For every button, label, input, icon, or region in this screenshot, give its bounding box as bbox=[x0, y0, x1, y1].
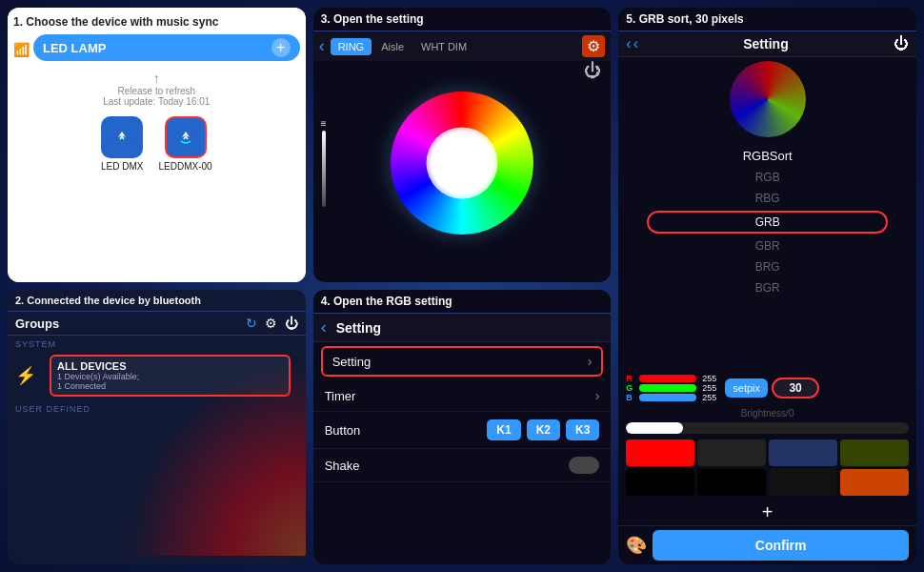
panel-3-header: 3. Open the setting bbox=[313, 8, 612, 31]
small-color-wheel bbox=[730, 61, 806, 137]
ring-tab-whtdim[interactable]: WHT DIM bbox=[413, 38, 474, 55]
setting-row-shake: Shake bbox=[313, 449, 612, 482]
panel-connected-bluetooth: 2. Connected the device by bluetooth Gro… bbox=[8, 290, 306, 564]
ring-tab-ring[interactable]: RING bbox=[331, 38, 372, 55]
brightness-up-icon[interactable]: ≡ bbox=[321, 118, 327, 129]
setting-row-setting-arrow: › bbox=[588, 354, 593, 369]
swatch-dark1[interactable] bbox=[697, 439, 766, 466]
bluetooth-icon: ⚡ bbox=[15, 365, 36, 386]
b-label: B bbox=[626, 393, 635, 402]
settings-icon[interactable]: ⚙ bbox=[265, 316, 277, 331]
panel-open-setting: 3. Open the setting ‹ RING Aisle WHT DIM… bbox=[313, 8, 612, 282]
b-value: 255 bbox=[702, 393, 721, 402]
rgb-row-r: R 255 bbox=[626, 374, 721, 383]
panel-1-header: 1. Choose the device with music sync bbox=[13, 13, 300, 32]
rgb-sliders: R 255 G 255 B 255 bbox=[626, 374, 721, 402]
back-arrow-3[interactable]: ‹ bbox=[319, 36, 325, 56]
setting-row-shake-label: Shake bbox=[325, 459, 360, 473]
button-group: K1 K2 K3 bbox=[487, 419, 599, 440]
sort-option-brg[interactable]: BRG bbox=[618, 256, 916, 277]
back-arrow-4[interactable]: ‹ bbox=[321, 317, 327, 337]
setting-nav: ‹ Setting bbox=[313, 314, 612, 342]
back-arrows: ‹ ‹ bbox=[626, 35, 638, 52]
g-value: 255 bbox=[702, 383, 721, 393]
rgb-wheel-icon[interactable]: 🎨 bbox=[626, 535, 647, 556]
confirm-button[interactable]: Confirm bbox=[653, 530, 909, 561]
ring-tab-aisle[interactable]: Aisle bbox=[373, 38, 412, 55]
setting-5-nav: ‹ ‹ Setting ⏻ bbox=[618, 31, 916, 57]
last-update: Last update: Today 16:01 bbox=[13, 96, 300, 107]
swatch-orange[interactable] bbox=[840, 469, 909, 496]
back-arrow-5a[interactable]: ‹ bbox=[626, 35, 631, 52]
sort-section: RGBSort RGB RBG GRB GBR BRG BGR bbox=[618, 57, 916, 370]
setting-5-title: Setting bbox=[638, 36, 894, 51]
r-label: R bbox=[626, 374, 635, 383]
refresh-hint: Release to refresh bbox=[13, 86, 300, 96]
shake-toggle[interactable] bbox=[569, 457, 599, 474]
sort-option-grb[interactable]: GRB bbox=[647, 211, 888, 234]
swatch-black3[interactable] bbox=[769, 469, 837, 496]
system-label: SYSTEM bbox=[8, 336, 306, 351]
sort-option-gbr[interactable]: GBR bbox=[618, 235, 916, 256]
ring-nav: ‹ RING Aisle WHT DIM ⚙ bbox=[313, 31, 612, 61]
rgb-row-b: B 255 bbox=[626, 393, 721, 402]
bottom-area: 🎨 Confirm bbox=[618, 525, 916, 564]
setting-row-setting[interactable]: Setting › bbox=[321, 346, 604, 377]
panel-2-header: 2. Connected the device by bluetooth bbox=[8, 290, 306, 312]
g-bar[interactable] bbox=[639, 384, 696, 392]
device-icon-leddmx-00 bbox=[165, 116, 207, 158]
rgb-row-g: G 255 bbox=[626, 383, 721, 393]
panel-grb-sort: 5. GRB sort, 30 pixels ‹ ‹ Setting ⏻ RGB… bbox=[618, 8, 916, 564]
color-wheel[interactable] bbox=[391, 92, 533, 235]
swatch-black1[interactable] bbox=[626, 469, 694, 496]
swatch-black2[interactable] bbox=[697, 469, 766, 496]
r-bar[interactable] bbox=[639, 375, 696, 382]
setting-nav-title: Setting bbox=[336, 320, 381, 336]
power-btn-3[interactable]: ⏻ bbox=[584, 61, 601, 81]
k2-button[interactable]: K2 bbox=[527, 419, 560, 440]
panel-choose-device: 1. Choose the device with music sync 📶 L… bbox=[8, 8, 306, 282]
setting-row-setting-label: Setting bbox=[332, 355, 371, 369]
k1-button[interactable]: K1 bbox=[487, 419, 520, 440]
power-icon[interactable]: ⏻ bbox=[285, 316, 298, 331]
plus-icon-5[interactable]: + bbox=[618, 500, 916, 525]
brightness-label: Brightness/0 bbox=[618, 406, 916, 420]
refresh-icon[interactable]: ↻ bbox=[246, 316, 257, 331]
brightness-bar-wrap bbox=[626, 422, 909, 434]
device-icon-led-dmx bbox=[101, 116, 143, 158]
groups-header: Groups ↻ ⚙ ⏻ bbox=[8, 312, 306, 336]
swatch-dark2[interactable] bbox=[840, 439, 909, 466]
panel-4-header: 4. Open the RGB setting bbox=[313, 290, 612, 314]
r-value: 255 bbox=[702, 374, 721, 383]
panel-5-header: 5. GRB sort, 30 pixels bbox=[618, 8, 916, 31]
setpix-button[interactable]: setpix bbox=[725, 378, 768, 398]
rgb-setpix-row: R 255 G 255 B 255 setpix 30 bbox=[618, 370, 916, 406]
device-name-leddmx-00: LEDDMX-00 bbox=[158, 161, 211, 172]
device-led-dmx[interactable]: LED DMX bbox=[101, 116, 143, 172]
brightness-slider-3[interactable] bbox=[322, 131, 326, 207]
device-name-led-dmx: LED DMX bbox=[101, 161, 143, 172]
panel-rgb-setting: 4. Open the RGB setting ‹ Setting Settin… bbox=[313, 290, 612, 564]
sort-option-bgr[interactable]: BGR bbox=[618, 277, 916, 298]
setting-row-timer-arrow: › bbox=[595, 388, 600, 403]
setting-row-timer[interactable]: Timer › bbox=[313, 380, 612, 412]
led-lamp-icon: 📶 bbox=[13, 42, 30, 57]
g-label: G bbox=[626, 383, 635, 393]
sort-option-rbg[interactable]: RBG bbox=[618, 188, 916, 209]
color-swatches bbox=[618, 436, 916, 500]
pix-value-input[interactable]: 30 bbox=[772, 378, 819, 398]
sort-option-rgb[interactable]: RGB bbox=[618, 167, 916, 188]
sort-title: RGBSort bbox=[618, 141, 916, 167]
brightness-bar[interactable] bbox=[626, 422, 682, 434]
setting-row-timer-label: Timer bbox=[325, 389, 356, 403]
b-bar[interactable] bbox=[639, 394, 696, 401]
swatch-navy[interactable] bbox=[769, 439, 837, 466]
k3-button[interactable]: K3 bbox=[566, 419, 599, 440]
groups-title: Groups bbox=[15, 317, 59, 331]
led-lamp-bar-label: LED LAMP bbox=[43, 41, 106, 55]
swatch-red[interactable] bbox=[626, 439, 694, 466]
settings-gear-icon[interactable]: ⚙ bbox=[582, 35, 605, 57]
power-btn-5[interactable]: ⏻ bbox=[894, 35, 909, 52]
device-leddmx-00[interactable]: LEDDMX-00 bbox=[158, 116, 211, 172]
add-device-button[interactable]: + bbox=[271, 38, 291, 57]
